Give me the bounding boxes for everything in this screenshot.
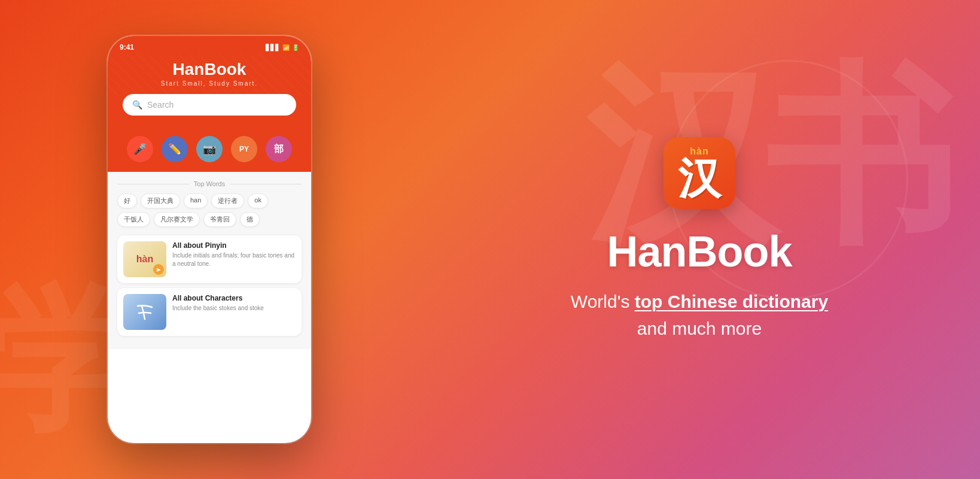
wifi-icon: 📶 (282, 44, 290, 51)
radical-button[interactable]: 部 (266, 136, 292, 162)
search-placeholder: Search (147, 100, 174, 110)
phone-app-subtitle: Start Small, Study Smart. (120, 80, 299, 87)
right-section: hàn 汉 HanBook World's top Chinese dictio… (419, 113, 980, 366)
pinyin-thumb-text: hàn (136, 254, 153, 265)
lesson-title-pinyin: All about Pinyin (172, 241, 296, 250)
word-chip[interactable]: 凡尔赛文学 (154, 212, 200, 227)
character-stroke-svg (133, 300, 157, 324)
phone-action-buttons: 🎤 ✏️ 📷 PY 部 (108, 128, 311, 172)
brand-description: World's top Chinese dictionary and much … (571, 288, 828, 342)
top-words-line-left (117, 184, 189, 184)
app-icon-chinese-char: 汉 (678, 157, 721, 200)
word-chip[interactable]: han (184, 193, 208, 208)
word-chip[interactable]: ok (248, 193, 268, 208)
battery-icon: 🔋 (292, 44, 299, 51)
phone-app-title: HanBook (120, 60, 299, 79)
phone-header: HanBook Start Small, Study Smart. 🔍 Sear… (108, 54, 311, 128)
app-icon: hàn 汉 (664, 137, 735, 209)
top-words-header: Top Words (117, 180, 302, 187)
word-chip[interactable]: 逆行者 (211, 193, 244, 208)
lesson-thumb-characters (123, 294, 166, 330)
brand-desc-highlight: top Chinese dictionary (635, 292, 828, 311)
phone-search-bar[interactable]: 🔍 Search (123, 94, 296, 116)
lesson-content-pinyin: All about Pinyin Include initials and fi… (172, 241, 296, 268)
status-time: 9:41 (120, 43, 134, 51)
left-section: 9:41 ▋▋▋ 📶 🔋 HanBook Start Small, Study … (0, 18, 419, 461)
phone-mockup: 9:41 ▋▋▋ 📶 🔋 HanBook Start Small, Study … (108, 36, 311, 443)
mic-button[interactable]: 🎤 (127, 136, 153, 162)
brand-desc-suffix: and much more (637, 319, 762, 338)
top-words-section: Top Words 好 开国大典 han 逆行者 ok 干饭人 凡尔赛文学 爷青… (117, 180, 302, 227)
pen-button[interactable]: ✏️ (162, 136, 188, 162)
phone-body: Top Words 好 开国大典 han 逆行者 ok 干饭人 凡尔赛文学 爷青… (108, 172, 311, 349)
brand-desc-prefix: World's (571, 292, 635, 311)
lesson-thumb-pinyin: hàn ▶ (123, 241, 166, 277)
top-words-label: Top Words (194, 180, 225, 187)
play-button[interactable]: ▶ (153, 264, 164, 275)
lesson-card-characters[interactable]: All about Characters Include the basic s… (117, 288, 302, 336)
phone-status-bar: 9:41 ▋▋▋ 📶 🔋 (108, 36, 311, 54)
word-chips: 好 开国大典 han 逆行者 ok 干饭人 凡尔赛文学 爷青回 德 (117, 193, 302, 227)
camera-button[interactable]: 📷 (196, 136, 223, 162)
search-icon: 🔍 (132, 100, 142, 110)
word-chip[interactable]: 爷青回 (203, 212, 236, 227)
lesson-desc-pinyin: Include initials and finals; four basic … (172, 251, 296, 268)
status-icons: ▋▋▋ 📶 🔋 (266, 44, 299, 51)
word-chip[interactable]: 干饭人 (117, 212, 150, 227)
signal-icon: ▋▋▋ (266, 44, 280, 51)
lesson-title-characters: All about Characters (172, 294, 296, 302)
word-chip[interactable]: 开国大典 (141, 193, 180, 208)
brand-title: HanBook (607, 227, 792, 276)
lesson-card-pinyin[interactable]: hàn ▶ All about Pinyin Include initials … (117, 235, 302, 283)
lesson-content-characters: All about Characters Include the basic s… (172, 294, 296, 313)
word-chip[interactable]: 好 (117, 193, 137, 208)
top-words-line-right (230, 184, 302, 184)
pinyin-button[interactable]: PY (231, 136, 257, 162)
lesson-desc-characters: Include the basic stokes and stoke (172, 304, 296, 313)
word-chip[interactable]: 德 (240, 212, 260, 227)
